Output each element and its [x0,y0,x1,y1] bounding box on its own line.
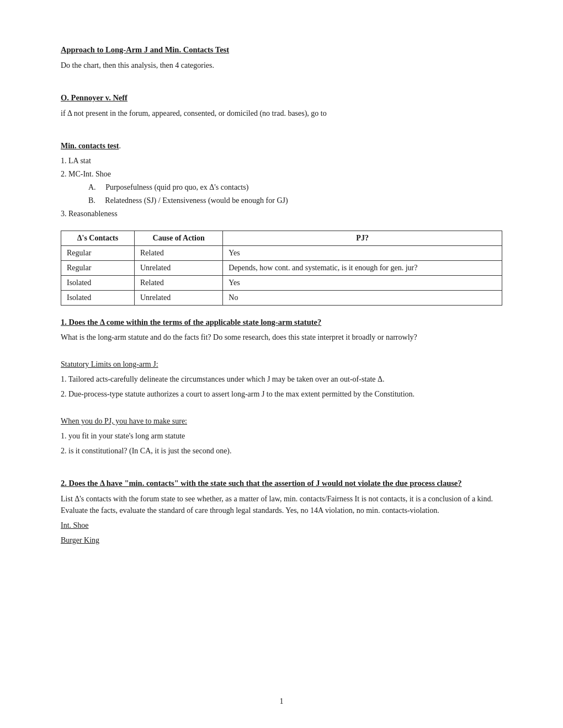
cell-contacts: Isolated [61,275,135,290]
alpha-label: B. [88,196,105,205]
col-header-cause: Cause of Action [134,231,222,245]
question2-ref-1: Int. Shoe [61,520,502,531]
page: Approach to Long-Arm J and Min. Contacts… [0,0,563,728]
list-item: A. Purposefulness (quid pro quo, ex Δ's … [61,181,502,193]
main-title: Approach to Long-Arm J and Min. Contacts… [61,44,502,56]
when-pj-item-2: 2. is it constitutional? (In CA, it is j… [61,445,502,457]
cell-contacts: Isolated [61,290,135,305]
alpha-text: Relatedness (SJ) / Extensiveness (would … [105,196,288,205]
cell-cause: Unrelated [134,290,222,305]
statutory-item-2: 2. Due-process-type statute authorizes a… [61,388,502,400]
question1-section: 1. Does the Δ come within the terms of t… [61,317,502,344]
cell-pj: Depends, how cont. and systematic, is it… [223,260,502,275]
statutory-limits-title: Statutory Limits on long-arm J: [61,358,502,370]
subtitle: Do the chart, then this analysis, then 4… [61,60,502,71]
table-header-row: Δ's Contacts Cause of Action PJ? [61,231,502,245]
question2-body: List Δ's contacts with the forum state t… [61,493,502,516]
contacts-table: Δ's Contacts Cause of Action PJ? Regular… [61,231,502,306]
table-row: Regular Unrelated Depends, how cont. and… [61,260,502,275]
statutory-limits-section: Statutory Limits on long-arm J: 1. Tailo… [61,358,502,400]
cell-cause: Unrelated [134,260,222,275]
list-item: 2. MC-Int. Shoe [61,168,502,180]
question2-ref-2: Burger King [61,534,502,546]
question1-title: 1. Does the Δ come within the terms of t… [61,317,502,329]
alpha-text: Purposefulness (quid pro quo, ex Δ's con… [105,183,248,191]
when-pj-title: When you do PJ, you have to make sure: [61,415,502,427]
cell-contacts: Regular [61,245,135,260]
pennoyer-section: O. Pennoyer v. Neff if Δ not present in … [61,92,502,119]
list-item: 1. LA stat [61,155,502,167]
list-item: B. Relatedness (SJ) / Extensiveness (wou… [61,195,502,206]
min-contacts-title: Min. contacts test. [61,140,502,152]
cell-contacts: Regular [61,260,135,275]
cell-cause: Related [134,245,222,260]
min-contacts-three: 3. Reasonableness [61,208,502,220]
cell-cause: Related [134,275,222,290]
pennoyer-title: O. Pennoyer v. Neff [61,92,502,104]
cell-pj: Yes [223,275,502,290]
question2-title: 2. Does the Δ have "min. contacts" with … [61,478,502,490]
question1-body: What is the long-arm statute and do the … [61,331,502,343]
col-header-contacts: Δ's Contacts [61,231,135,245]
question2-section: 2. Does the Δ have "min. contacts" with … [61,478,502,546]
table-body: Regular Related Yes Regular Unrelated De… [61,245,502,305]
alpha-list: A. Purposefulness (quid pro quo, ex Δ's … [61,181,502,206]
alpha-label: A. [88,183,105,191]
col-header-pj: PJ? [223,231,502,245]
table-row: Isolated Related Yes [61,275,502,290]
pennoyer-body: if Δ not present in the forum, appeared,… [61,108,502,119]
min-contacts-list: 1. LA stat 2. MC-Int. Shoe [61,155,502,180]
cell-pj: No [223,290,502,305]
page-number: 1 [280,697,284,706]
table-head: Δ's Contacts Cause of Action PJ? [61,231,502,245]
cell-pj: Yes [223,245,502,260]
main-title-section: Approach to Long-Arm J and Min. Contacts… [61,44,502,71]
table-row: Isolated Unrelated No [61,290,502,305]
when-pj-item-1: 1. you fit in your state's long arm stat… [61,430,502,442]
min-contacts-section: Min. contacts test. 1. LA stat 2. MC-Int… [61,140,502,220]
table-row: Regular Related Yes [61,245,502,260]
statutory-item-1: 1. Tailored acts-carefully delineate the… [61,373,502,385]
when-pj-section: When you do PJ, you have to make sure: 1… [61,415,502,457]
